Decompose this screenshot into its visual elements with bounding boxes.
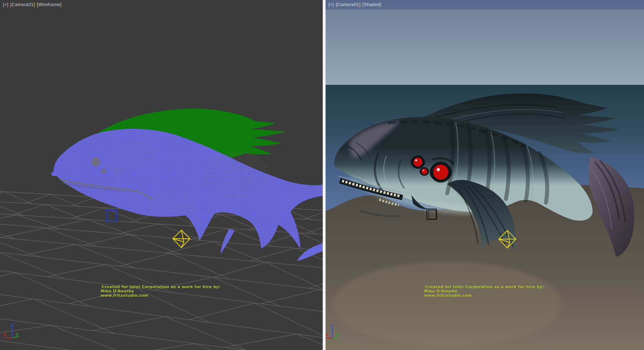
eye-medium [414,158,423,167]
x-axis-label: X [3,333,6,337]
z-axis-label: Z [11,324,13,328]
wire-eye-meshed [113,165,124,176]
eye-large [433,165,448,180]
eye-specular-small [423,170,424,171]
y-axis-line [12,336,19,338]
wire-cluster [202,151,270,200]
eye-specular-medium [415,159,417,161]
eye-specular-large [437,168,440,171]
viewport-menu-general[interactable]: [+] [328,2,334,7]
viewport-menu-general[interactable]: [+] [3,2,8,7]
watermark-line3: www.fritzstudio.com [424,293,544,298]
wire-cluster [114,140,158,167]
watermark-line3: www.fritzstudio.com [101,293,221,298]
sand-highlight [333,261,562,347]
dual-viewport-workspace: [+] [Camera01] [Wireframe] Created for I… [0,0,644,350]
wire-eye-large [92,157,101,166]
viewport-menu-pov[interactable]: [Camera01] [10,2,35,7]
viewport-label-left: [+] [Camera01] [Wireframe] [3,2,62,7]
watermark-text: Created for Intel Corporation as a work … [424,285,544,298]
viewport-menu-shading[interactable]: [Shaded] [362,2,381,7]
wire-eye-small [101,169,106,174]
world-axis-gizmo-left: X Z y [0,324,25,349]
viewport-label-right: [+] [Camera01] [Shaded] [328,2,381,7]
viewport-shaded[interactable]: [+] [Camera01] [Shaded] Created for Inte… [326,0,644,350]
eye-small [421,169,427,174]
x-axis-label: x [326,333,328,337]
viewport-menu-shading[interactable]: [Wireframe] [37,2,62,7]
viewport-menu-pov[interactable]: [Camera01] [336,2,360,7]
y-axis-label: y [16,332,19,336]
watermark-text: Created for Intel Corporation as a work … [101,285,221,298]
viewport-splitter[interactable] [323,0,326,350]
world-axis-gizmo-right: x z Y [326,324,351,349]
sky [326,0,644,86]
viewport-wireframe[interactable]: [+] [Camera01] [Wireframe] Created for I… [0,0,323,350]
z-axis-label: z [331,324,333,328]
helper-box-wireframe[interactable] [106,210,117,222]
y-axis-label: Y [336,333,339,337]
wire-cluster [147,189,197,216]
